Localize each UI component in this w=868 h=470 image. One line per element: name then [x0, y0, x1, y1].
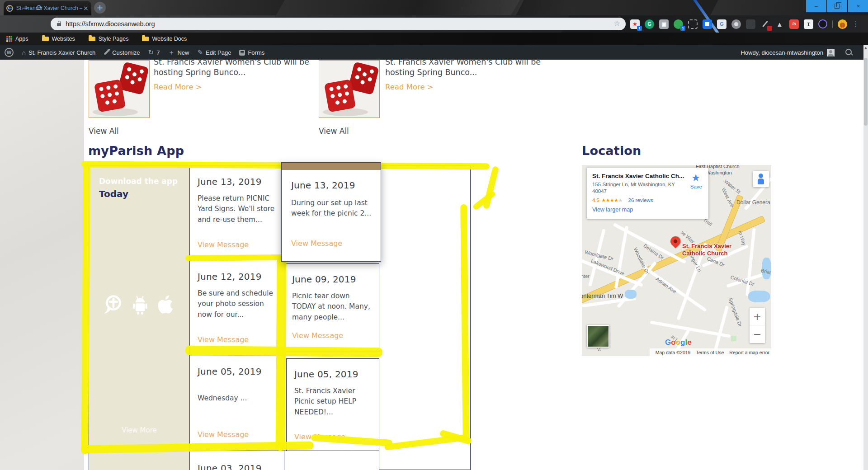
window-close-button[interactable]: × [848, 0, 868, 12]
message-date: June 05, 2019 [198, 366, 262, 377]
folder-icon [89, 37, 95, 41]
page-scrollbar[interactable]: ▲ [863, 45, 868, 470]
ext-status-icon[interactable]: 1 [674, 19, 683, 29]
map-label: nter [582, 273, 590, 279]
ext-selection-icon[interactable] [703, 19, 712, 29]
map-marker-icon[interactable] [668, 234, 682, 248]
user-avatar [827, 49, 835, 56]
myparish-app-icon [101, 293, 125, 316]
address-line: 40047 [592, 188, 607, 194]
apple-icon [155, 292, 177, 317]
ext-screenshot-icon[interactable]: ▣ [659, 19, 669, 29]
ext-grammarly-icon[interactable]: G [645, 19, 654, 29]
myparish-heading: myParish App [88, 144, 184, 158]
map-park [731, 336, 736, 341]
bookmark-folder-websites[interactable]: Websites [42, 36, 75, 42]
save-link[interactable]: Save [690, 184, 702, 189]
message-card: June 12, 2019 Be sure and schedule your … [189, 261, 284, 356]
wp-account-menu[interactable]: Howdy, diocesan-mtwashington [741, 45, 835, 60]
url-text: https://sfxmw.diocesanweb.org [66, 20, 155, 28]
ext-drive-icon[interactable]: ▲ [775, 19, 784, 29]
highlight-stroke [276, 258, 287, 451]
google-logo[interactable]: Google [665, 338, 692, 347]
view-larger-map-link[interactable]: View larger map [592, 207, 703, 213]
wp-updates[interactable]: ↻7 [148, 48, 160, 56]
google-letter: G [665, 338, 671, 347]
message-date: June 13, 2019 [198, 176, 262, 187]
download-app-label: Download the app [99, 177, 178, 186]
scrollbar-up-arrow[interactable]: ▲ [863, 46, 868, 50]
rating-value: 4.5 [592, 197, 599, 203]
tab-close-icon[interactable]: × [83, 5, 89, 12]
view-message-link[interactable]: View Message [198, 240, 249, 249]
google-letter: o [671, 338, 675, 347]
profile-avatar[interactable] [838, 19, 847, 29]
view-message-link[interactable]: View Message [292, 331, 343, 340]
wp-customize[interactable]: Customize [104, 49, 140, 56]
dice-image [89, 60, 150, 118]
search-icon[interactable] [845, 49, 852, 55]
url-bar[interactable]: https://sfxmw.diocesanweb.org ☆ [51, 18, 626, 30]
today-label: Today [99, 188, 128, 199]
forward-button[interactable]: → [22, 3, 28, 12]
bookmark-folder-style-pages[interactable]: Style Pages [89, 36, 129, 42]
restore-icon [835, 4, 840, 9]
message-date: June 05, 2019 [294, 369, 359, 380]
zoom-in-button[interactable]: + [750, 308, 765, 325]
wp-edit-page[interactable]: ✎Edit Page [197, 48, 231, 56]
pegman-control[interactable] [753, 171, 769, 187]
view-all-link[interactable]: View All [319, 127, 349, 136]
marker-label: Catholic Church [682, 250, 727, 257]
myparish-sidebar: Download the app Today View More [89, 166, 189, 470]
view-all-link[interactable]: View All [89, 127, 119, 136]
message-date: June 13, 2019 [291, 180, 355, 191]
reviews-link[interactable]: 26 reviews [628, 197, 653, 203]
report-error-link[interactable]: Report a map error [729, 350, 769, 355]
view-message-link[interactable]: View Message [198, 335, 249, 344]
back-button[interactable]: ← [7, 3, 14, 12]
scrollbar-thumb[interactable] [864, 58, 868, 126]
save-star-icon[interactable]: ★ [691, 172, 700, 184]
map-road [650, 320, 731, 338]
new-tab-button[interactable]: + [94, 2, 106, 14]
message-text: Be sure and schedule your photo session … [198, 288, 278, 320]
howdy-label: Howdy, diocesan-mtwashington [741, 49, 823, 56]
site-name: St. Francis Xavier Church [28, 49, 95, 56]
ext-text-icon[interactable]: T [804, 19, 813, 29]
refresh-button[interactable]: ⟳ [36, 3, 42, 12]
message-card-elevated[interactable]: June 13, 2019 During our set up last wee… [281, 162, 381, 262]
terms-link[interactable]: Terms of Use [696, 350, 724, 355]
bookmark-label: Apps [15, 36, 28, 42]
ext-bag-icon[interactable] [746, 19, 755, 29]
bookmark-apps[interactable]: Apps [6, 36, 28, 42]
bookmark-folder-website-docs[interactable]: Website Docs [142, 36, 187, 42]
ext-ring-icon[interactable] [818, 19, 827, 28]
ext-translate-icon[interactable]: G [717, 19, 726, 29]
read-more-link[interactable]: Read More > [385, 83, 434, 91]
ext-colorpicker-icon[interactable] [760, 19, 770, 29]
satellite-toggle[interactable] [587, 325, 609, 348]
view-more-link[interactable]: View More [89, 426, 189, 434]
view-message-link[interactable]: View Message [291, 239, 342, 248]
ext-css-icon[interactable]: /3 [789, 19, 799, 29]
google-letter: e [687, 338, 691, 347]
wp-forms[interactable]: Forms [239, 49, 264, 56]
read-more-link[interactable]: Read More > [154, 83, 202, 91]
wp-new[interactable]: ＋New [168, 48, 189, 57]
bookmark-label: Websites [52, 36, 75, 42]
ext-camera-icon[interactable] [731, 19, 741, 29]
window-minimize-button[interactable]: – [806, 0, 826, 12]
message-text: St. Francis Xavier Picnic setup HELP NEE… [294, 386, 373, 418]
bookmark-star-icon[interactable]: ☆ [614, 19, 620, 28]
browser-tab[interactable]: St. Francis Xavier Church – Mt. W × [4, 1, 91, 15]
browser-menu-icon[interactable]: ⋮ [852, 20, 859, 28]
zoom-out-button[interactable]: − [750, 325, 765, 343]
google-map[interactable]: First Baptist Church nt Washington Water… [582, 165, 771, 356]
view-message-link[interactable]: View Message [198, 430, 249, 439]
ext-crop-icon[interactable] [688, 19, 698, 29]
ext-bookmark-icon[interactable]: ★1 [630, 19, 640, 29]
window-restore-button[interactable] [827, 0, 847, 12]
wp-logo-menu[interactable]: W [5, 48, 14, 57]
wp-site-menu[interactable]: ⌂St. Francis Xavier Church [22, 49, 95, 56]
message-card: June 05, 2019 Wednesday ... View Message [189, 356, 284, 451]
